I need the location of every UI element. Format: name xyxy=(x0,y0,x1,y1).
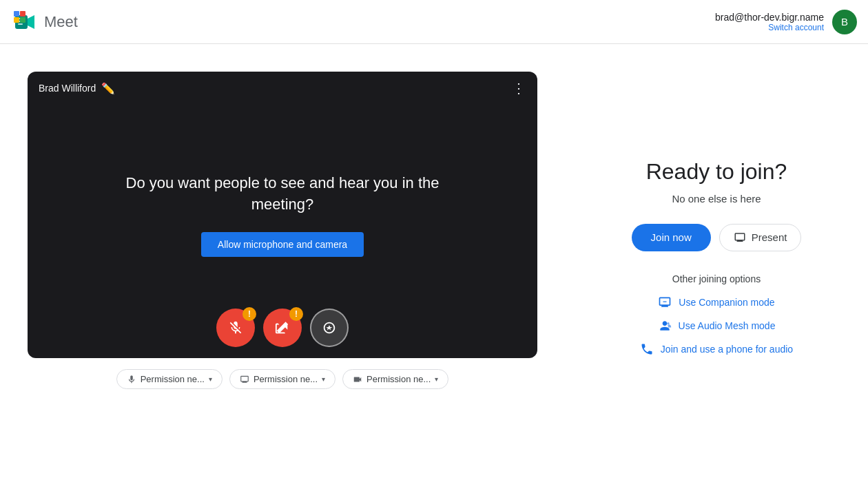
user-area: brad@thor-dev.bigr.name Switch account B xyxy=(715,10,857,34)
companion-mode-icon xyxy=(658,295,672,309)
svg-rect-9 xyxy=(20,17,25,23)
no-one-text: No one else is here xyxy=(672,193,761,205)
mic-chevron-icon: ▾ xyxy=(209,375,212,383)
more-options-icon[interactable]: ⋮ xyxy=(512,80,526,96)
camera-chevron-icon: ▾ xyxy=(435,375,438,383)
audio-mesh-mode-link[interactable]: Use Audio Mesh mode xyxy=(658,319,776,333)
svg-rect-7 xyxy=(20,11,25,17)
effects-icon xyxy=(322,320,337,335)
join-actions: Join now Present xyxy=(632,224,802,251)
screen-chevron-icon: ▾ xyxy=(322,375,325,383)
svg-rect-8 xyxy=(14,17,19,23)
join-now-button[interactable]: Join now xyxy=(632,224,711,251)
meet-logo-icon xyxy=(11,8,39,36)
screen-permission-pill[interactable]: Permission ne... ▾ xyxy=(229,369,335,389)
video-panel: Brad Williford ✏️ ⋮ Do you want people t… xyxy=(0,44,565,480)
present-button[interactable]: Present xyxy=(719,224,802,251)
mic-permission-pill[interactable]: Permission ne... ▾ xyxy=(116,369,223,389)
mute-mic-button[interactable]: ! xyxy=(216,309,255,347)
companion-mode-link[interactable]: Use Companion mode xyxy=(658,295,774,309)
permission-bar: Permission ne... ▾ Permission ne... ▾ Pe… xyxy=(116,369,449,389)
video-permission-message: Do you want people to see and hear you i… xyxy=(110,173,455,216)
logo-area: Meet xyxy=(11,8,78,36)
phone-audio-icon xyxy=(640,342,654,356)
ready-title: Ready to join? xyxy=(646,159,787,185)
mic-off-icon xyxy=(228,320,243,335)
edit-name-icon[interactable]: ✏️ xyxy=(101,82,115,95)
audio-mesh-icon xyxy=(658,319,672,333)
camera-permission-icon xyxy=(353,375,362,384)
screen-permission-icon xyxy=(240,375,249,384)
app-title: Meet xyxy=(44,13,78,31)
effects-button[interactable] xyxy=(310,309,349,347)
camera-permission-label: Permission ne... xyxy=(366,374,431,384)
svg-point-10 xyxy=(667,322,669,324)
mic-warning-badge: ! xyxy=(242,307,256,321)
allow-microphone-camera-button[interactable]: Allow microphone and camera xyxy=(201,232,364,257)
mute-camera-button[interactable]: ! xyxy=(263,309,302,347)
mic-permission-icon xyxy=(127,375,136,384)
header: Meet brad@thor-dev.bigr.name Switch acco… xyxy=(0,0,868,44)
camera-warning-badge: ! xyxy=(289,307,303,321)
camera-off-icon xyxy=(275,320,290,335)
present-screen-icon xyxy=(734,231,746,244)
video-preview: Brad Williford ✏️ ⋮ Do you want people t… xyxy=(28,72,537,358)
video-controls: ! ! xyxy=(28,309,537,347)
video-user-name: Brad Williford ✏️ xyxy=(39,82,115,95)
video-top-bar: Brad Williford ✏️ ⋮ xyxy=(28,72,537,105)
right-panel: Ready to join? No one else is here Join … xyxy=(565,44,868,480)
svg-rect-5 xyxy=(18,23,23,25)
main-content: Brad Williford ✏️ ⋮ Do you want people t… xyxy=(0,44,868,480)
phone-audio-link[interactable]: Join and use a phone for audio xyxy=(640,342,793,356)
svg-rect-6 xyxy=(14,11,19,17)
user-email: brad@thor-dev.bigr.name xyxy=(715,12,824,23)
switch-account-link[interactable]: Switch account xyxy=(715,23,824,32)
mic-permission-label: Permission ne... xyxy=(141,374,205,384)
user-avatar[interactable]: B xyxy=(832,10,857,34)
screen-permission-label: Permission ne... xyxy=(254,374,318,384)
camera-permission-pill[interactable]: Permission ne... ▾ xyxy=(342,369,448,389)
other-options-title: Other joining options xyxy=(672,273,761,284)
user-info: brad@thor-dev.bigr.name Switch account xyxy=(715,12,824,32)
